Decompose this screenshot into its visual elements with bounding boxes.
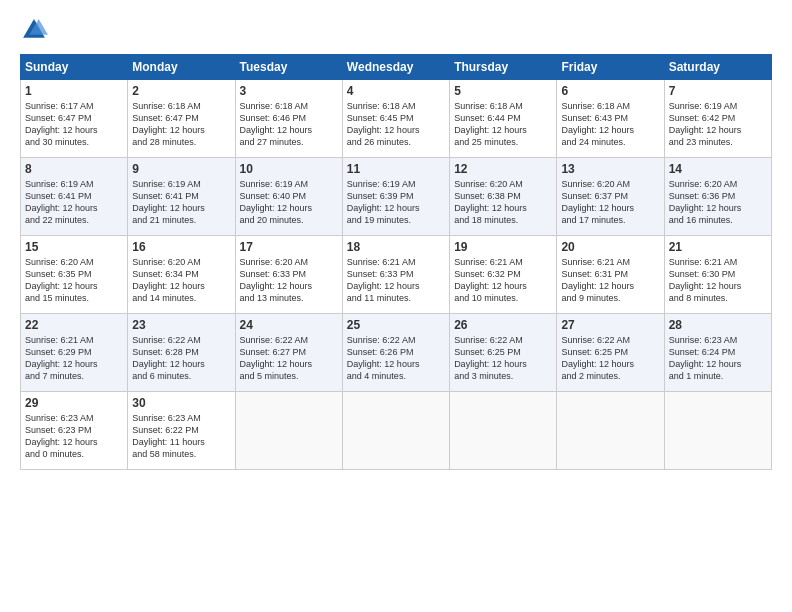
day-info: Sunrise: 6:18 AM Sunset: 6:45 PM Dayligh… <box>347 100 445 149</box>
day-number: 8 <box>25 162 123 176</box>
calendar-table: SundayMondayTuesdayWednesdayThursdayFrid… <box>20 54 772 470</box>
day-info: Sunrise: 6:21 AM Sunset: 6:31 PM Dayligh… <box>561 256 659 305</box>
day-number: 22 <box>25 318 123 332</box>
day-info: Sunrise: 6:20 AM Sunset: 6:36 PM Dayligh… <box>669 178 767 227</box>
day-info: Sunrise: 6:20 AM Sunset: 6:38 PM Dayligh… <box>454 178 552 227</box>
day-number: 10 <box>240 162 338 176</box>
calendar-week-row: 29Sunrise: 6:23 AM Sunset: 6:23 PM Dayli… <box>21 392 772 470</box>
day-info: Sunrise: 6:23 AM Sunset: 6:24 PM Dayligh… <box>669 334 767 383</box>
calendar-day-cell: 4Sunrise: 6:18 AM Sunset: 6:45 PM Daylig… <box>342 80 449 158</box>
day-info: Sunrise: 6:18 AM Sunset: 6:46 PM Dayligh… <box>240 100 338 149</box>
weekday-header-wednesday: Wednesday <box>342 55 449 80</box>
day-info: Sunrise: 6:18 AM Sunset: 6:44 PM Dayligh… <box>454 100 552 149</box>
calendar-day-cell: 20Sunrise: 6:21 AM Sunset: 6:31 PM Dayli… <box>557 236 664 314</box>
day-info: Sunrise: 6:19 AM Sunset: 6:40 PM Dayligh… <box>240 178 338 227</box>
day-info: Sunrise: 6:21 AM Sunset: 6:32 PM Dayligh… <box>454 256 552 305</box>
day-info: Sunrise: 6:22 AM Sunset: 6:25 PM Dayligh… <box>561 334 659 383</box>
calendar-day-cell: 1Sunrise: 6:17 AM Sunset: 6:47 PM Daylig… <box>21 80 128 158</box>
day-info: Sunrise: 6:18 AM Sunset: 6:43 PM Dayligh… <box>561 100 659 149</box>
weekday-header-sunday: Sunday <box>21 55 128 80</box>
day-number: 28 <box>669 318 767 332</box>
day-number: 7 <box>669 84 767 98</box>
calendar-day-cell: 5Sunrise: 6:18 AM Sunset: 6:44 PM Daylig… <box>450 80 557 158</box>
day-number: 15 <box>25 240 123 254</box>
calendar-day-cell: 17Sunrise: 6:20 AM Sunset: 6:33 PM Dayli… <box>235 236 342 314</box>
calendar-week-row: 8Sunrise: 6:19 AM Sunset: 6:41 PM Daylig… <box>21 158 772 236</box>
calendar-day-cell: 2Sunrise: 6:18 AM Sunset: 6:47 PM Daylig… <box>128 80 235 158</box>
calendar-day-cell: 6Sunrise: 6:18 AM Sunset: 6:43 PM Daylig… <box>557 80 664 158</box>
calendar-day-cell: 25Sunrise: 6:22 AM Sunset: 6:26 PM Dayli… <box>342 314 449 392</box>
calendar-day-cell: 15Sunrise: 6:20 AM Sunset: 6:35 PM Dayli… <box>21 236 128 314</box>
calendar-header: SundayMondayTuesdayWednesdayThursdayFrid… <box>21 55 772 80</box>
day-number: 11 <box>347 162 445 176</box>
weekday-header-saturday: Saturday <box>664 55 771 80</box>
day-number: 18 <box>347 240 445 254</box>
day-info: Sunrise: 6:21 AM Sunset: 6:33 PM Dayligh… <box>347 256 445 305</box>
calendar-day-cell <box>450 392 557 470</box>
day-info: Sunrise: 6:19 AM Sunset: 6:41 PM Dayligh… <box>132 178 230 227</box>
calendar-day-cell: 29Sunrise: 6:23 AM Sunset: 6:23 PM Dayli… <box>21 392 128 470</box>
day-info: Sunrise: 6:19 AM Sunset: 6:42 PM Dayligh… <box>669 100 767 149</box>
calendar-day-cell <box>557 392 664 470</box>
calendar-day-cell: 7Sunrise: 6:19 AM Sunset: 6:42 PM Daylig… <box>664 80 771 158</box>
day-info: Sunrise: 6:20 AM Sunset: 6:35 PM Dayligh… <box>25 256 123 305</box>
day-number: 26 <box>454 318 552 332</box>
day-number: 2 <box>132 84 230 98</box>
calendar-day-cell: 28Sunrise: 6:23 AM Sunset: 6:24 PM Dayli… <box>664 314 771 392</box>
calendar-day-cell: 30Sunrise: 6:23 AM Sunset: 6:22 PM Dayli… <box>128 392 235 470</box>
calendar-day-cell: 19Sunrise: 6:21 AM Sunset: 6:32 PM Dayli… <box>450 236 557 314</box>
day-number: 27 <box>561 318 659 332</box>
calendar-day-cell: 16Sunrise: 6:20 AM Sunset: 6:34 PM Dayli… <box>128 236 235 314</box>
day-number: 21 <box>669 240 767 254</box>
day-number: 9 <box>132 162 230 176</box>
calendar-day-cell <box>235 392 342 470</box>
day-info: Sunrise: 6:22 AM Sunset: 6:27 PM Dayligh… <box>240 334 338 383</box>
calendar-day-cell: 24Sunrise: 6:22 AM Sunset: 6:27 PM Dayli… <box>235 314 342 392</box>
day-number: 30 <box>132 396 230 410</box>
calendar-day-cell: 21Sunrise: 6:21 AM Sunset: 6:30 PM Dayli… <box>664 236 771 314</box>
calendar-day-cell <box>342 392 449 470</box>
day-info: Sunrise: 6:22 AM Sunset: 6:25 PM Dayligh… <box>454 334 552 383</box>
calendar-day-cell: 22Sunrise: 6:21 AM Sunset: 6:29 PM Dayli… <box>21 314 128 392</box>
day-number: 12 <box>454 162 552 176</box>
day-info: Sunrise: 6:18 AM Sunset: 6:47 PM Dayligh… <box>132 100 230 149</box>
day-number: 3 <box>240 84 338 98</box>
calendar-page: SundayMondayTuesdayWednesdayThursdayFrid… <box>0 0 792 612</box>
calendar-day-cell <box>664 392 771 470</box>
weekday-header-thursday: Thursday <box>450 55 557 80</box>
day-number: 16 <box>132 240 230 254</box>
day-number: 23 <box>132 318 230 332</box>
day-info: Sunrise: 6:23 AM Sunset: 6:22 PM Dayligh… <box>132 412 230 461</box>
calendar-day-cell: 11Sunrise: 6:19 AM Sunset: 6:39 PM Dayli… <box>342 158 449 236</box>
page-header <box>20 16 772 44</box>
weekday-header-row: SundayMondayTuesdayWednesdayThursdayFrid… <box>21 55 772 80</box>
calendar-day-cell: 14Sunrise: 6:20 AM Sunset: 6:36 PM Dayli… <box>664 158 771 236</box>
day-info: Sunrise: 6:19 AM Sunset: 6:39 PM Dayligh… <box>347 178 445 227</box>
day-info: Sunrise: 6:23 AM Sunset: 6:23 PM Dayligh… <box>25 412 123 461</box>
day-number: 20 <box>561 240 659 254</box>
day-info: Sunrise: 6:19 AM Sunset: 6:41 PM Dayligh… <box>25 178 123 227</box>
calendar-day-cell: 13Sunrise: 6:20 AM Sunset: 6:37 PM Dayli… <box>557 158 664 236</box>
day-number: 14 <box>669 162 767 176</box>
calendar-week-row: 15Sunrise: 6:20 AM Sunset: 6:35 PM Dayli… <box>21 236 772 314</box>
day-info: Sunrise: 6:20 AM Sunset: 6:37 PM Dayligh… <box>561 178 659 227</box>
day-number: 19 <box>454 240 552 254</box>
day-info: Sunrise: 6:22 AM Sunset: 6:28 PM Dayligh… <box>132 334 230 383</box>
calendar-week-row: 22Sunrise: 6:21 AM Sunset: 6:29 PM Dayli… <box>21 314 772 392</box>
calendar-week-row: 1Sunrise: 6:17 AM Sunset: 6:47 PM Daylig… <box>21 80 772 158</box>
day-number: 1 <box>25 84 123 98</box>
day-number: 25 <box>347 318 445 332</box>
weekday-header-tuesday: Tuesday <box>235 55 342 80</box>
calendar-day-cell: 9Sunrise: 6:19 AM Sunset: 6:41 PM Daylig… <box>128 158 235 236</box>
calendar-day-cell: 18Sunrise: 6:21 AM Sunset: 6:33 PM Dayli… <box>342 236 449 314</box>
logo-icon <box>20 16 48 44</box>
day-info: Sunrise: 6:20 AM Sunset: 6:33 PM Dayligh… <box>240 256 338 305</box>
calendar-day-cell: 3Sunrise: 6:18 AM Sunset: 6:46 PM Daylig… <box>235 80 342 158</box>
day-info: Sunrise: 6:22 AM Sunset: 6:26 PM Dayligh… <box>347 334 445 383</box>
day-number: 29 <box>25 396 123 410</box>
day-number: 24 <box>240 318 338 332</box>
calendar-body: 1Sunrise: 6:17 AM Sunset: 6:47 PM Daylig… <box>21 80 772 470</box>
day-info: Sunrise: 6:17 AM Sunset: 6:47 PM Dayligh… <box>25 100 123 149</box>
calendar-day-cell: 27Sunrise: 6:22 AM Sunset: 6:25 PM Dayli… <box>557 314 664 392</box>
day-number: 6 <box>561 84 659 98</box>
